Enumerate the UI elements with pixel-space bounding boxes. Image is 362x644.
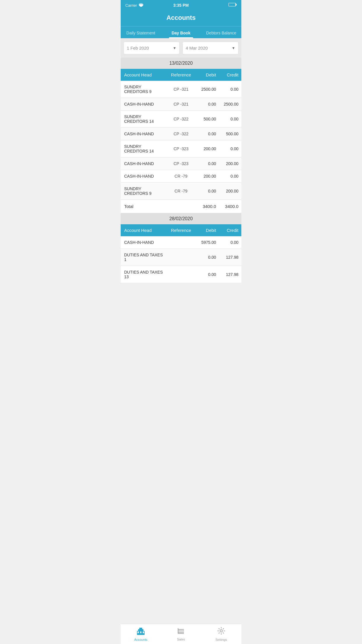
debit: 2500.00 <box>196 81 219 98</box>
main-content: 13/02/2020 Account Head Reference Debit … <box>121 58 241 307</box>
reference: CP -321 <box>166 98 195 111</box>
reference <box>166 266 195 283</box>
date-group-header-1: 13/02/2020 <box>121 58 241 69</box>
reference <box>166 236 195 249</box>
col-debit-1: Debit <box>196 69 219 81</box>
total-credit: 3400.0 <box>218 200 241 213</box>
credit: 500.00 <box>218 128 241 140</box>
table-header-1: Account Head Reference Debit Credit <box>121 69 241 81</box>
table-row: CASH-IN-HAND 5975.00 0.00 <box>121 236 241 249</box>
credit: 0.00 <box>218 170 241 183</box>
col-credit-1: Credit <box>218 69 241 81</box>
col-reference-1: Reference <box>166 69 195 81</box>
wifi-icon <box>139 3 143 8</box>
account-head: CASH-IN-HAND <box>121 170 166 183</box>
reference: CR -79 <box>166 170 195 183</box>
debit: 500.00 <box>196 111 219 128</box>
debit: 0.00 <box>196 266 219 283</box>
col-debit-2: Debit <box>196 224 219 236</box>
tab-day-book[interactable]: Day Book <box>161 27 201 38</box>
svg-rect-2 <box>229 3 235 6</box>
total-row-1: Total 3400.0 3400.0 <box>121 200 241 213</box>
reference: CP -322 <box>166 111 195 128</box>
table-group-2: Account Head Reference Debit Credit CASH… <box>121 224 241 283</box>
status-left: Carrier <box>125 3 143 8</box>
account-head: DUTIES AND TAXES 13 <box>121 266 166 283</box>
reference: CP -323 <box>166 140 195 158</box>
tab-bar: Daily Statement Day Book Debtors Balance <box>121 26 241 38</box>
table-body-1: SUNDRY CREDITORS 9 CP -321 2500.00 0.00 … <box>121 81 241 213</box>
tab-daily-statement[interactable]: Daily Statement <box>121 27 161 38</box>
debit: 0.00 <box>196 128 219 140</box>
debit: 5975.00 <box>196 236 219 249</box>
table-row: SUNDRY CREDITORS 9 CP -321 2500.00 0.00 <box>121 81 241 98</box>
debit: 0.00 <box>196 183 219 200</box>
status-time: 3:35 PM <box>173 3 189 8</box>
reference: CP -321 <box>166 81 195 98</box>
debit: 0.00 <box>196 249 219 266</box>
reference: CR -79 <box>166 183 195 200</box>
end-date-value: 4 Mar 2020 <box>186 46 208 50</box>
tab-debtors-balance[interactable]: Debtors Balance <box>201 27 241 38</box>
date-group-header-2: 28/02/2020 <box>121 213 241 224</box>
table-row: CASH-IN-HAND CP -323 0.00 200.00 <box>121 158 241 170</box>
credit: 200.00 <box>218 183 241 200</box>
table-body-2: CASH-IN-HAND 5975.00 0.00 DUTIES AND TAX… <box>121 236 241 283</box>
end-date-picker[interactable]: 4 Mar 2020 ▼ <box>182 42 238 54</box>
account-head: SUNDRY CREDITORS 9 <box>121 81 166 98</box>
account-head: CASH-IN-HAND <box>121 158 166 170</box>
col-account-head-2: Account Head <box>121 224 166 236</box>
credit: 200.00 <box>218 158 241 170</box>
start-date-picker[interactable]: 1 Feb 2020 ▼ <box>124 42 180 54</box>
carrier-label: Carrier <box>125 3 137 8</box>
reference: CP -323 <box>166 158 195 170</box>
table-row: DUTIES AND TAXES 13 0.00 127.98 <box>121 266 241 283</box>
credit: 0.00 <box>218 140 241 158</box>
credit: 127.98 <box>218 266 241 283</box>
account-head: SUNDRY CREDITORS 14 <box>121 140 166 158</box>
total-label: Total <box>121 200 166 213</box>
start-date-arrow: ▼ <box>173 46 176 50</box>
debit: 0.00 <box>196 158 219 170</box>
account-head: CASH-IN-HAND <box>121 128 166 140</box>
battery-icon <box>229 3 237 8</box>
start-date-value: 1 Feb 2020 <box>127 46 149 50</box>
account-head: SUNDRY CREDITORS 9 <box>121 183 166 200</box>
credit: 0.00 <box>218 81 241 98</box>
table-row: CASH-IN-HAND CP -322 0.00 500.00 <box>121 128 241 140</box>
account-head: SUNDRY CREDITORS 14 <box>121 111 166 128</box>
table-row: CASH-IN-HAND CR -79 200.00 0.00 <box>121 170 241 183</box>
status-right <box>229 3 237 8</box>
reference: CP -322 <box>166 128 195 140</box>
date-filter-bar: 1 Feb 2020 ▼ 4 Mar 2020 ▼ <box>121 38 241 58</box>
table-row: CASH-IN-HAND CP -321 0.00 2500.00 <box>121 98 241 111</box>
app-header: Accounts <box>121 10 241 26</box>
account-head: DUTIES AND TAXES 1 <box>121 249 166 266</box>
col-credit-2: Credit <box>218 224 241 236</box>
account-head: CASH-IN-HAND <box>121 98 166 111</box>
table-row: SUNDRY CREDITORS 9 CR -79 0.00 200.00 <box>121 183 241 200</box>
svg-rect-1 <box>236 4 237 6</box>
table-row: SUNDRY CREDITORS 14 CP -322 500.00 0.00 <box>121 111 241 128</box>
status-bar: Carrier 3:35 PM <box>121 0 241 10</box>
credit: 0.00 <box>218 111 241 128</box>
credit: 2500.00 <box>218 98 241 111</box>
credit: 127.98 <box>218 249 241 266</box>
reference <box>166 249 195 266</box>
debit: 200.00 <box>196 170 219 183</box>
debit: 0.00 <box>196 98 219 111</box>
account-head: CASH-IN-HAND <box>121 236 166 249</box>
col-account-head-1: Account Head <box>121 69 166 81</box>
page-title: Accounts <box>121 14 241 22</box>
table-header-2: Account Head Reference Debit Credit <box>121 224 241 236</box>
table-group-1: Account Head Reference Debit Credit SUND… <box>121 69 241 213</box>
table-row: SUNDRY CREDITORS 14 CP -323 200.00 0.00 <box>121 140 241 158</box>
credit: 0.00 <box>218 236 241 249</box>
table-row: DUTIES AND TAXES 1 0.00 127.98 <box>121 249 241 266</box>
end-date-arrow: ▼ <box>232 46 235 50</box>
col-reference-2: Reference <box>166 224 195 236</box>
debit: 200.00 <box>196 140 219 158</box>
total-debit: 3400.0 <box>196 200 219 213</box>
